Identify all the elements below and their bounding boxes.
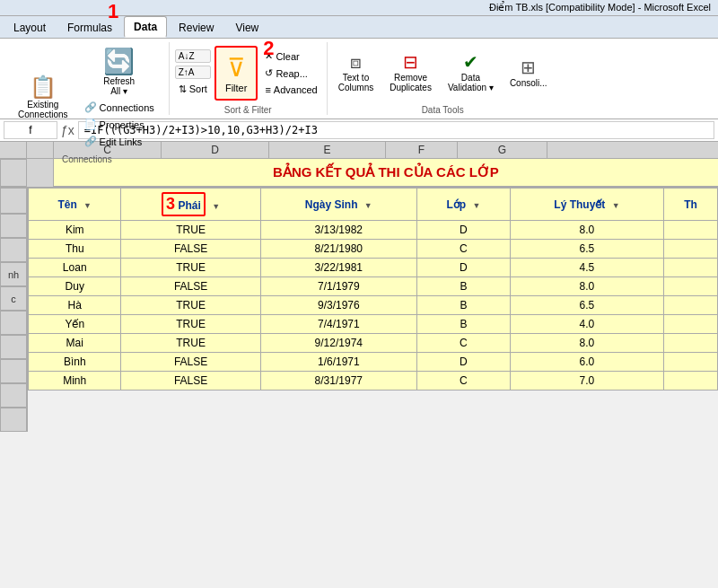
cell-lop[interactable]: D — [416, 221, 510, 240]
cell-th[interactable] — [663, 296, 717, 315]
cell-ten[interactable]: Thu — [29, 240, 121, 259]
cell-ten[interactable]: Duy — [29, 277, 121, 296]
cell-phai[interactable]: FALSE — [121, 353, 260, 372]
cell-phai[interactable]: TRUE — [121, 334, 260, 353]
cell-ly-thuyet[interactable]: 4.5 — [510, 259, 663, 277]
cell-th[interactable] — [663, 334, 717, 353]
connections-sub-buttons: 🔗 Connections 📄 Properties 🔗 Edit Links — [81, 100, 158, 149]
cell-ten[interactable]: Bình — [29, 353, 121, 372]
cell-th[interactable] — [663, 240, 717, 259]
cell-ngay-sinh[interactable]: 8/21/1980 — [260, 240, 416, 259]
cell-phai[interactable]: FALSE — [121, 372, 260, 391]
sort-button[interactable]: ⇅ Sort — [175, 82, 211, 97]
connections-group-label: Connections — [62, 153, 112, 164]
cell-lop[interactable]: D — [416, 259, 510, 277]
cell-lop[interactable]: B — [416, 315, 510, 334]
consolidate-button[interactable]: ⊞ Consoli... — [504, 55, 553, 92]
cell-ly-thuyet[interactable]: 7.0 — [510, 372, 663, 391]
tab-data[interactable]: Data — [124, 16, 167, 38]
cell-th[interactable] — [663, 353, 717, 372]
header-row-num — [0, 188, 27, 214]
tab-layout[interactable]: Layout — [4, 17, 56, 38]
filter-dropdown-ten[interactable]: ▼ — [83, 201, 92, 210]
cell-lop[interactable]: B — [416, 296, 510, 315]
refresh-icon: 🔄 — [103, 49, 135, 75]
remove-duplicates-button[interactable]: ⊟ RemoveDuplicates — [384, 49, 437, 96]
cell-ly-thuyet[interactable]: 4.0 — [510, 315, 663, 334]
cell-ten[interactable]: Mai — [29, 334, 121, 353]
row-2-num — [0, 238, 27, 262]
table-row: MaiTRUE9/12/1974C8.0 — [29, 334, 718, 353]
existing-connections-button[interactable]: 📋 ExistingConnections — [13, 73, 74, 123]
table-row: BìnhFALSE1/6/1971D6.0 — [29, 353, 718, 372]
cell-th[interactable] — [663, 277, 717, 296]
reapply-button[interactable]: ↺ Reap... — [261, 66, 320, 81]
cell-th[interactable] — [663, 259, 717, 277]
cell-ngay-sinh[interactable]: 3/22/1981 — [260, 259, 416, 277]
cell-phai[interactable]: TRUE — [121, 259, 260, 277]
filter-button[interactable]: ⊽ Filter — [215, 46, 258, 101]
connections-button[interactable]: 🔗 Connections — [81, 100, 158, 115]
tab-view[interactable]: View — [225, 17, 268, 38]
cell-lop[interactable]: C — [416, 240, 510, 259]
cell-ngay-sinh[interactable]: 7/1/1979 — [260, 277, 416, 296]
edit-links-button[interactable]: 🔗 Edit Links — [81, 134, 158, 149]
cell-ly-thuyet[interactable]: 8.0 — [510, 334, 663, 353]
ribbon-tabs: 1 Layout Formulas Data Review View — [0, 16, 718, 39]
filter-dropdown-ngay-sinh[interactable]: ▼ — [364, 201, 372, 210]
data-validation-button[interactable]: ✔ DataValidation ▾ — [442, 49, 499, 96]
text-to-columns-button[interactable]: ⧈ Text toColumns — [333, 49, 379, 96]
cell-lop[interactable]: D — [416, 353, 510, 372]
refresh-all-button[interactable]: 🔄 RefreshAll ▾ — [97, 46, 142, 100]
cell-ngay-sinh[interactable]: 7/4/1971 — [260, 315, 416, 334]
spreadsheet-body: nh c Tên ▼ 3 — [0, 188, 718, 432]
sort-za-button[interactable]: Z↑A — [175, 66, 211, 79]
cell-ly-thuyet[interactable]: 8.0 — [510, 221, 663, 240]
cell-ly-thuyet[interactable]: 8.0 — [510, 277, 663, 296]
cell-th[interactable] — [663, 372, 717, 391]
cell-phai[interactable]: TRUE — [121, 221, 260, 240]
th-ten: Tên ▼ — [29, 189, 121, 221]
cell-ngay-sinh[interactable]: 8/31/1977 — [260, 372, 416, 391]
cell-ten[interactable]: Loan — [29, 259, 121, 277]
col-header-e: E — [269, 142, 386, 158]
cell-lop[interactable]: C — [416, 334, 510, 353]
title-text: Điểm TB.xls [Compatibility Mode] - Micro… — [489, 2, 711, 13]
cell-ten[interactable]: Minh — [29, 372, 121, 391]
filter-dropdown-phai[interactable]: ▼ — [212, 202, 220, 211]
cell-th[interactable] — [663, 221, 717, 240]
cell-ngay-sinh[interactable]: 1/6/1971 — [260, 353, 416, 372]
cell-phai[interactable]: FALSE — [121, 277, 260, 296]
cell-phai[interactable]: TRUE — [121, 296, 260, 315]
cell-lop[interactable]: C — [416, 372, 510, 391]
cell-ten[interactable]: Kim — [29, 221, 121, 240]
row-3-num: nh — [0, 262, 27, 286]
properties-button[interactable]: 📄 Properties — [81, 117, 158, 132]
advanced-button[interactable]: ≡ Advanced — [261, 83, 320, 97]
cell-ngay-sinh[interactable]: 3/13/1982 — [260, 221, 416, 240]
cell-ten[interactable]: Hà — [29, 296, 121, 315]
cell-th[interactable] — [663, 315, 717, 334]
table-row: YếnTRUE7/4/1971B4.0 — [29, 315, 718, 334]
cell-ngay-sinh[interactable]: 9/12/1974 — [260, 334, 416, 353]
cell-ly-thuyet[interactable]: 6.0 — [510, 353, 663, 372]
tab-review[interactable]: Review — [169, 17, 223, 38]
phai-header-box: 3 Phái — [162, 192, 206, 216]
advanced-label: Advanced — [274, 84, 318, 95]
cell-ly-thuyet[interactable]: 6.5 — [510, 296, 663, 315]
sort-az-button[interactable]: A↓Z — [175, 49, 211, 63]
cell-ly-thuyet[interactable]: 6.5 — [510, 240, 663, 259]
col-header-g: G — [458, 142, 547, 158]
cell-ten[interactable]: Yến — [29, 315, 121, 334]
cell-lop[interactable]: B — [416, 277, 510, 296]
filter-dropdown-ly-thuyet[interactable]: ▼ — [612, 201, 620, 210]
formula-input[interactable] — [78, 121, 714, 139]
table-content: Tên ▼ 3 Phái ▼ Ngày Sinh ▼ — [28, 188, 718, 432]
row-num-title — [0, 159, 27, 187]
cell-phai[interactable]: FALSE — [121, 240, 260, 259]
th-th: Th — [663, 189, 717, 221]
cell-phai[interactable]: TRUE — [121, 315, 260, 334]
cell-ngay-sinh[interactable]: 9/3/1976 — [260, 296, 416, 315]
filter-dropdown-lop[interactable]: ▼ — [472, 201, 480, 210]
data-tools-group-label: Data Tools — [422, 103, 464, 115]
